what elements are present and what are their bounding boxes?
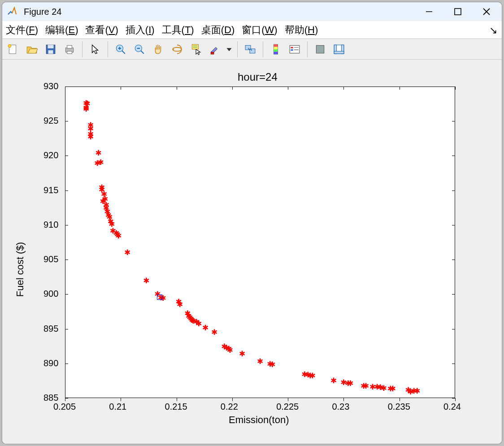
y-tick [65, 225, 68, 225]
data-point[interactable]: ✱ [211, 327, 217, 337]
data-point[interactable]: ✱ [177, 299, 182, 309]
plot-area[interactable]: hour=24 Fuel cost ($) Emission(ton) 0.20… [2, 60, 502, 444]
data-point[interactable]: ✱ [227, 345, 233, 355]
x-tick [343, 398, 344, 401]
maximize-button[interactable] [443, 2, 472, 21]
svg-rect-29 [274, 44, 278, 47]
y-tick [452, 329, 455, 329]
new-figure-button[interactable] [5, 41, 21, 57]
svg-rect-10 [67, 45, 72, 48]
x-tick [400, 87, 400, 90]
menu-help[interactable]: 帮助(H) [285, 23, 318, 37]
toolbar [2, 39, 502, 60]
zoom-out-button[interactable] [131, 41, 148, 57]
x-tick-label: 0.215 [165, 402, 187, 412]
rotate-3d-button[interactable] [169, 41, 185, 57]
titlebar[interactable]: Figure 24 [2, 2, 502, 21]
svg-line-13 [122, 51, 125, 54]
x-tick-label: 0.23 [332, 402, 349, 412]
y-tick-label: 890 [43, 358, 58, 368]
data-point[interactable]: ✱ [390, 383, 395, 393]
menubar: 文件(F) 编辑(E) 查看(V) 插入(I) 工具(T) 桌面(D) 窗口(W… [2, 21, 502, 39]
menu-insert[interactable]: 插入(I) [126, 23, 155, 37]
menu-desktop[interactable]: 桌面(D) [201, 23, 235, 37]
svg-rect-1 [455, 9, 461, 15]
open-button[interactable] [24, 41, 40, 57]
x-tick-label: 0.21 [109, 402, 126, 412]
y-axis-label: Fuel cost ($) [14, 242, 26, 296]
show-plot-tools-button[interactable] [331, 41, 347, 57]
x-tick-label: 0.225 [276, 402, 299, 412]
toolbar-separator [82, 41, 83, 57]
data-point[interactable]: ✱ [257, 356, 263, 366]
data-point[interactable]: ✱ [348, 378, 353, 388]
y-tick [65, 260, 68, 260]
y-tick-label: 910 [43, 220, 58, 230]
data-point[interactable]: ✱ [143, 275, 149, 285]
data-point[interactable]: ✱ [94, 158, 100, 168]
pan-button[interactable] [150, 41, 166, 57]
menu-file[interactable]: 文件(F) [6, 23, 38, 37]
insert-legend-button[interactable] [287, 41, 303, 57]
data-point[interactable]: ✱ [414, 385, 420, 395]
svg-rect-38 [316, 45, 324, 53]
svg-rect-32 [274, 52, 278, 54]
x-tick [343, 87, 344, 90]
svg-rect-7 [48, 45, 54, 48]
data-point[interactable]: ✱ [116, 230, 122, 240]
y-tick [452, 364, 455, 364]
y-tick-label: 900 [43, 289, 58, 299]
insert-colorbar-button[interactable] [268, 41, 284, 57]
y-tick-label: 905 [43, 254, 58, 264]
pointer-button[interactable] [87, 41, 103, 57]
close-button[interactable] [472, 2, 501, 21]
data-point[interactable]: ✱ [203, 322, 209, 332]
y-tick [452, 398, 455, 398]
print-button[interactable] [61, 41, 78, 57]
x-tick [400, 398, 400, 401]
menu-tools[interactable]: 工具(T) [162, 23, 194, 37]
data-point[interactable]: ✱ [363, 381, 369, 390]
y-tick [452, 225, 455, 225]
data-point[interactable]: ✱ [88, 131, 94, 141]
x-tick [177, 87, 177, 90]
y-tick [452, 260, 455, 260]
svg-rect-21 [192, 44, 198, 49]
y-tick-label: 885 [43, 393, 58, 403]
x-tick [288, 87, 288, 90]
data-point[interactable]: ✱ [196, 318, 202, 328]
menu-edit[interactable]: 编辑(E) [45, 23, 78, 37]
data-point[interactable] [157, 294, 162, 300]
svg-rect-42 [334, 51, 344, 53]
link-data-button[interactable] [242, 41, 258, 57]
minimize-button[interactable] [415, 2, 443, 21]
data-point[interactable]: ✱ [269, 359, 275, 369]
dock-arrow-icon[interactable]: ↘ [489, 25, 497, 36]
data-point[interactable]: ✱ [309, 370, 315, 380]
menu-view[interactable]: 查看(V) [85, 23, 118, 37]
zoom-in-button[interactable] [113, 41, 129, 57]
data-point[interactable]: ✱ [330, 375, 336, 385]
data-point[interactable]: ✱ [381, 383, 387, 393]
brush-dropdown[interactable] [226, 41, 233, 57]
x-tick-label: 0.205 [53, 402, 76, 412]
menu-window[interactable]: 窗口(W) [242, 23, 277, 37]
brush-button[interactable] [207, 41, 223, 57]
y-tick [452, 294, 455, 294]
x-tick-label: 0.22 [221, 402, 238, 412]
y-tick [65, 156, 68, 156]
x-tick-label: 0.235 [388, 402, 410, 412]
y-tick [65, 398, 68, 398]
y-tick [452, 87, 455, 87]
data-point[interactable]: ✱ [239, 348, 245, 358]
matlab-icon [7, 6, 17, 17]
y-tick-label: 920 [43, 150, 58, 160]
data-cursor-button[interactable] [188, 41, 204, 57]
svg-marker-25 [226, 48, 231, 51]
data-point[interactable]: ✱ [125, 247, 130, 257]
save-button[interactable] [43, 41, 59, 57]
axes-box[interactable] [65, 87, 455, 398]
data-point[interactable]: ✱ [83, 104, 89, 113]
hide-plot-tools-button[interactable] [312, 41, 328, 57]
y-tick [452, 121, 455, 121]
